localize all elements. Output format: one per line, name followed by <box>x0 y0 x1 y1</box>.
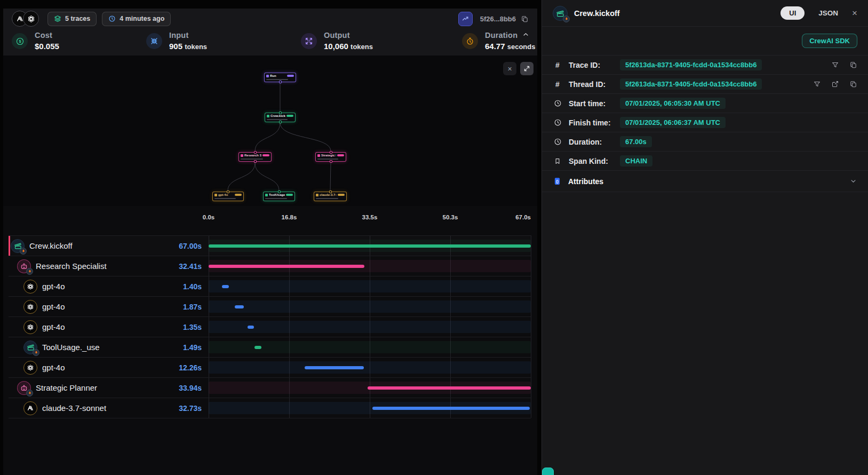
span-row-toolusage-use[interactable]: ToolUsage._use1.49s <box>9 337 531 357</box>
row-track-band <box>209 321 531 333</box>
span-row-gpt-4o[interactable]: gpt-4o1.87s <box>9 296 531 316</box>
stat-label: Input <box>169 31 207 39</box>
crewai-floating-badge[interactable] <box>542 468 554 475</box>
attributes-section-toggle[interactable]: {} Attributes <box>542 171 868 192</box>
tab-ui[interactable]: UI <box>781 6 805 20</box>
trend-button[interactable] <box>458 12 473 26</box>
span-name: claude-3.7-sonnet <box>42 403 106 413</box>
tab-json[interactable]: JSON <box>815 9 841 18</box>
copy-icon[interactable] <box>849 80 857 88</box>
span-bar[interactable] <box>235 305 244 308</box>
trace-age-label: 4 minutes ago <box>120 15 164 22</box>
traces-count-badge[interactable]: 5 traces <box>47 12 97 26</box>
openai-icon <box>23 280 37 294</box>
trace-graph-canvas[interactable]: Run Crew.kickoff Research Speciali... St… <box>3 56 537 206</box>
field-start-time: Start time:07/01/2025, 06:05:30 AM UTC <box>542 94 868 113</box>
span-row-gpt-4o[interactable]: gpt-4o1.40s <box>9 276 531 296</box>
chevron-down-icon[interactable] <box>849 177 857 185</box>
span-bar[interactable] <box>209 244 531 248</box>
span-bar[interactable] <box>248 326 254 329</box>
external-icon[interactable] <box>831 80 839 88</box>
node-label: Run <box>270 74 286 77</box>
copy-icon[interactable] <box>849 61 857 69</box>
graph-expand-button[interactable] <box>520 62 533 75</box>
field-value: 67.00s <box>620 136 652 147</box>
span-track <box>209 317 531 337</box>
clock-icon <box>553 118 562 126</box>
node-kind-badge <box>338 194 345 196</box>
field-label: Trace ID: <box>569 61 616 69</box>
node-caption <box>265 198 287 199</box>
axis-tick: 16.8s <box>282 214 297 220</box>
span-name: gpt-4o <box>42 302 65 311</box>
span-name: Strategic Planner <box>36 383 97 392</box>
graph-node-run[interactable]: Run <box>264 73 296 82</box>
field-value: 5f2613da-8371-9405-fcdd-0a1534cc8bb6 <box>620 59 762 70</box>
node-type-icon <box>267 115 269 117</box>
copy-icon[interactable] <box>521 15 529 23</box>
collapse-stats-button[interactable] <box>520 29 531 39</box>
span-row-claude-3-7-sonnet[interactable]: claude-3.7-sonnet32.73s <box>9 398 531 418</box>
field-thread-id: #Thread ID:5f2613da-8371-9405-fcdd-0a153… <box>542 75 868 94</box>
span-track <box>209 358 531 377</box>
graph-node-toolusage-use[interactable]: ToolUsage._use <box>263 192 295 201</box>
graph-node-research-specialist[interactable]: Research Speciali... <box>238 152 272 162</box>
anthropic-icon <box>23 401 37 415</box>
span-bar[interactable] <box>209 265 364 268</box>
node-kind-badge <box>287 75 294 77</box>
node-type-icon <box>265 194 268 196</box>
row-track-band <box>209 361 531 374</box>
axis-tick: 0.0s <box>203 214 214 220</box>
field-span-kind: Span Kind:CHAIN <box>542 152 868 171</box>
span-bar[interactable] <box>368 386 531 390</box>
stat-value: 905 <box>169 42 182 51</box>
sdk-row: CrewAI SDK <box>542 27 868 56</box>
node-caption <box>266 79 288 80</box>
axis-tick: 33.5s <box>362 214 378 220</box>
span-row-strategic-planner[interactable]: Strategic Planner33.94s <box>9 377 531 398</box>
node-handle-bottom <box>279 121 282 123</box>
openai-logo <box>23 11 39 27</box>
span-row-gpt-4o[interactable]: gpt-4o1.35s <box>9 316 531 337</box>
expand-icon <box>523 65 530 72</box>
graph-node-gpt-4o[interactable]: gpt-4o <box>212 192 244 201</box>
span-row-research-specialist[interactable]: Research Specialist32.41s <box>9 256 531 276</box>
span-name: gpt-4o <box>42 363 65 372</box>
node-kind-badge <box>337 154 344 156</box>
graph-node-crew-kickoff[interactable]: Crew.kickoff <box>265 113 296 122</box>
node-handle-top <box>279 112 282 114</box>
filter-icon[interactable] <box>831 61 839 69</box>
span-bar[interactable] <box>254 346 261 349</box>
span-bar[interactable] <box>305 366 364 369</box>
graph-node-claude-3-7-sonnet[interactable]: claude-3.7-sonnet <box>314 192 347 201</box>
filter-icon[interactable] <box>813 80 821 88</box>
crewai-mini-badge <box>563 15 570 22</box>
graph-node-strategic-planner[interactable]: Strategic Planner <box>315 152 346 162</box>
node-handle-top <box>278 191 281 193</box>
clock-icon <box>553 99 562 107</box>
field-duration: Duration:67.00s <box>542 132 868 152</box>
span-track <box>209 337 531 357</box>
span-row-label: claude-3.7-sonnet32.73s <box>9 398 209 418</box>
field-finish-time: Finish time:07/01/2025, 06:06:37 AM UTC <box>542 113 868 132</box>
span-row-gpt-4o[interactable]: gpt-4o12.26s <box>9 357 531 377</box>
trace-age-badge: 4 minutes ago <box>102 12 171 26</box>
span-duration: 67.00s <box>179 242 209 250</box>
node-type-icon <box>266 75 269 77</box>
span-track <box>209 236 531 256</box>
trend-icon <box>461 15 469 23</box>
close-icon[interactable]: × <box>852 8 857 19</box>
clock-icon <box>108 15 116 22</box>
span-name: Crew.kickoff <box>29 241 73 250</box>
span-bar[interactable] <box>222 285 229 288</box>
row-track-band <box>209 280 531 292</box>
stat-value: $0.055 <box>35 42 59 51</box>
span-track <box>209 256 531 276</box>
graph-close-button[interactable]: × <box>503 62 516 75</box>
field-value: CHAIN <box>620 155 652 167</box>
span-row-crew-kickoff[interactable]: Crew.kickoff67.00s <box>9 235 531 256</box>
node-type-icon <box>214 194 217 196</box>
axis-tick: 67.0s <box>515 214 531 220</box>
span-bar[interactable] <box>372 407 530 410</box>
traces-count-label: 5 traces <box>65 15 90 22</box>
